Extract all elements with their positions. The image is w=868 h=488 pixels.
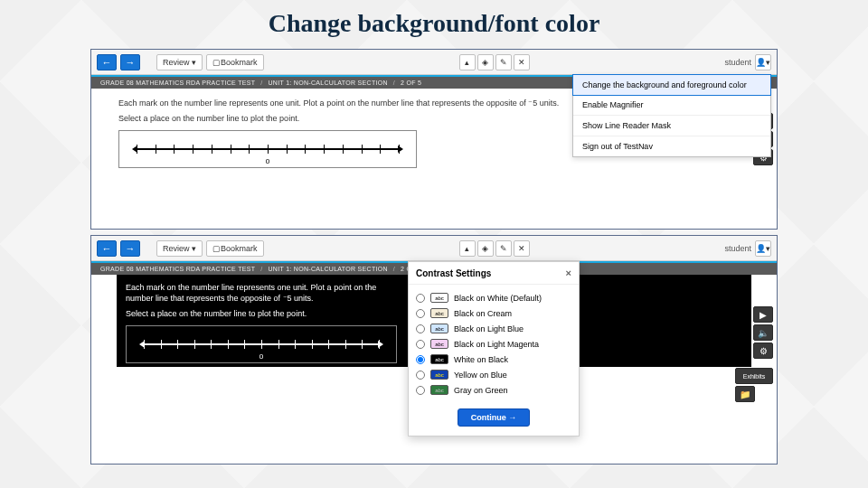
user-label: student (724, 58, 751, 67)
contrast-option[interactable]: abcBlack on White (Default) (416, 290, 571, 305)
contrast-radio[interactable] (416, 309, 425, 318)
toolbar-bottom: ← → Review ▾ ▢ Bookmark ▴ ◈ ✎ ✕ student … (91, 236, 777, 261)
clear-tool-button[interactable]: ✕ (514, 54, 530, 70)
number-line[interactable]: 0 (118, 130, 417, 168)
review-dropdown[interactable]: Review ▾ (156, 54, 203, 70)
user-menu-button[interactable]: 👤▾ (755, 240, 771, 257)
screenshot-bottom: ← → Review ▾ ▢ Bookmark ▴ ◈ ✎ ✕ student … (90, 235, 778, 465)
contrast-option-label: White on Black (454, 355, 508, 364)
nav-forward-button[interactable]: → (120, 240, 140, 257)
contrast-radio[interactable] (416, 371, 425, 380)
contrast-option-label: Yellow on Blue (454, 371, 507, 380)
question-text: Each mark on the number line represents … (126, 282, 397, 304)
nav-back-button[interactable]: ← (97, 54, 117, 70)
eraser-tool-button[interactable]: ✎ (495, 240, 512, 257)
contrast-option[interactable]: abcYellow on Blue (416, 367, 571, 382)
contrast-option[interactable]: abcGray on Green (416, 382, 571, 398)
user-menu: Change the background and foreground col… (572, 74, 771, 157)
contrast-option[interactable]: abcBlack on Light Magenta (416, 336, 571, 352)
number-line[interactable]: 0 (126, 325, 397, 363)
side-tools: ▶ 🔈 ⚙ (753, 306, 773, 359)
ruler-tool-button[interactable]: ◈ (477, 240, 494, 257)
play-tool-button[interactable]: ▶ (753, 306, 773, 323)
contrast-option-label: Black on White (Default) (454, 294, 542, 303)
contrast-option[interactable]: abcBlack on Light Blue (416, 321, 571, 336)
nav-forward-button[interactable]: → (120, 54, 140, 70)
contrast-option[interactable]: abcWhite on Black (416, 352, 571, 367)
pointer-tool-button[interactable]: ▴ (459, 240, 476, 257)
menu-change-contrast[interactable]: Change the background and foreground col… (572, 74, 771, 96)
user-menu-button[interactable]: 👤▾ (755, 54, 771, 70)
exhibits-button[interactable]: Exhibits (735, 368, 773, 384)
menu-line-reader[interactable]: Show Line Reader Mask (573, 116, 770, 136)
contrast-radio[interactable] (416, 324, 425, 333)
contrast-swatch: abc (430, 354, 448, 364)
zero-label: 0 (266, 157, 269, 165)
contrast-option-label: Black on Light Magenta (454, 340, 539, 349)
resources-button[interactable]: 📁 (735, 386, 755, 402)
eraser-tool-button[interactable]: ✎ (495, 54, 512, 70)
review-dropdown[interactable]: Review ▾ (156, 240, 203, 257)
contrast-swatch: abc (430, 370, 448, 380)
contrast-swatch: abc (430, 308, 448, 318)
contrast-radio[interactable] (416, 386, 425, 395)
crumb-b: UNIT 1: NON-CALCULATOR SECTION (269, 80, 388, 86)
bookmark-label: Bookmark (221, 244, 258, 253)
contrast-swatch: abc (430, 324, 448, 333)
screenshot-top: ← → Review ▾ ▢ Bookmark ▴ ◈ ✎ ✕ student … (90, 49, 778, 230)
contrast-option[interactable]: abcBlack on Cream (416, 305, 571, 321)
contrast-options-list: abcBlack on White (Default)abcBlack on C… (409, 285, 579, 401)
crumb-a: GRADE 08 MATHEMATICS RDA PRACTICE TEST (100, 266, 255, 272)
continue-button[interactable]: Continue → (458, 408, 531, 427)
menu-sign-out[interactable]: Sign out of TestNav (573, 136, 770, 156)
pointer-tool-button[interactable]: ▴ (459, 54, 476, 70)
contrast-swatch: abc (430, 293, 448, 303)
user-label: student (724, 244, 751, 253)
crumb-b: UNIT 1: NON-CALCULATOR SECTION (269, 266, 388, 272)
bookmark-label: Bookmark (221, 58, 258, 67)
slide-title: Change background/font color (0, 0, 868, 43)
tool-group: ▴ ◈ ✎ ✕ (459, 54, 530, 70)
contrast-radio[interactable] (416, 355, 425, 364)
crumb-c: 2 OF 5 (401, 80, 421, 86)
number-line-axis: 0 (144, 343, 379, 345)
dialog-close-button[interactable]: × (566, 267, 571, 278)
contrast-radio[interactable] (416, 340, 425, 349)
contrast-settings-dialog: Contrast Settings × abcBlack on White (D… (408, 261, 580, 436)
zero-label: 0 (259, 352, 263, 361)
dialog-title: Contrast Settings (416, 268, 491, 278)
clear-tool-button[interactable]: ✕ (514, 240, 530, 257)
bookmark-button[interactable]: ▢ Bookmark (206, 240, 264, 257)
contrast-swatch: abc (430, 385, 448, 395)
contrast-option-label: Gray on Green (454, 386, 508, 395)
contrast-radio[interactable] (416, 294, 425, 303)
tool-group: ▴ ◈ ✎ ✕ (459, 240, 530, 257)
audio-tool-button[interactable]: 🔈 (753, 324, 773, 341)
nav-back-button[interactable]: ← (97, 240, 117, 257)
contrast-swatch: abc (430, 339, 448, 349)
side-tools-extra: Exhibits 📁 (735, 368, 773, 402)
menu-enable-magnifier[interactable]: Enable Magnifier (573, 95, 770, 116)
contrast-option-label: Black on Light Blue (454, 324, 524, 333)
settings-tool-button[interactable]: ⚙ (753, 343, 773, 359)
bookmark-button[interactable]: ▢ Bookmark (206, 54, 264, 70)
ruler-tool-button[interactable]: ◈ (477, 54, 494, 70)
toolbar: ← → Review ▾ ▢ Bookmark ▴ ◈ ✎ ✕ student … (91, 50, 777, 75)
crumb-a: GRADE 08 MATHEMATICS RDA PRACTICE TEST (100, 80, 255, 86)
contrast-option-label: Black on Cream (454, 309, 512, 318)
number-line-axis: 0 (137, 148, 399, 150)
